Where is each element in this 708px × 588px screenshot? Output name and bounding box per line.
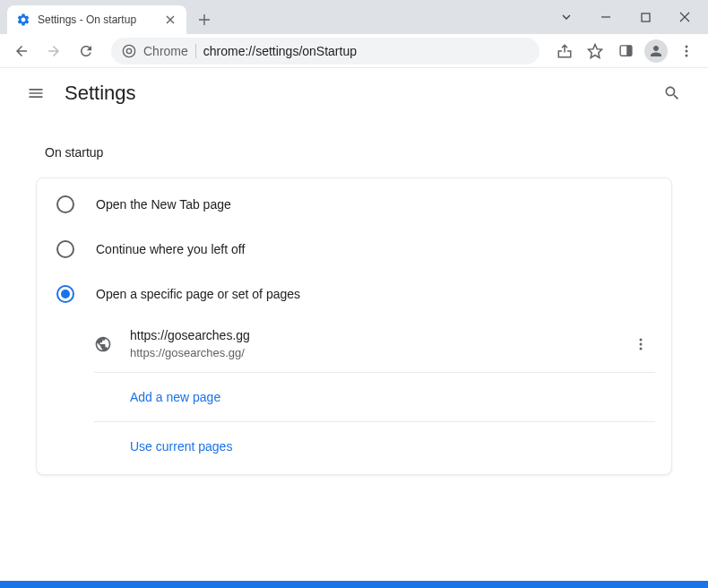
close-icon[interactable]	[163, 13, 177, 27]
minimize-button[interactable]	[586, 4, 626, 30]
use-current-link[interactable]: Use current pages	[130, 439, 232, 454]
window-controls	[547, 0, 708, 34]
chrome-icon	[122, 44, 136, 58]
url-text: chrome://settings/onStartup	[203, 44, 529, 58]
radio-option-new-tab[interactable]: Open the New Tab page	[37, 182, 671, 227]
add-page-row[interactable]: Add a new page	[94, 373, 655, 422]
url-scheme-label: Chrome	[143, 44, 188, 58]
startup-pages-section: https://gosearches.gg https://gosearches…	[94, 316, 655, 471]
radio-option-specific-pages[interactable]: Open a specific page or set of pages	[37, 272, 671, 316]
share-icon[interactable]	[550, 37, 579, 65]
new-tab-button[interactable]	[192, 7, 217, 32]
menu-icon[interactable]	[672, 37, 701, 65]
browser-toolbar: Chrome chrome://settings/onStartup	[0, 34, 708, 68]
settings-header: Settings	[0, 68, 708, 118]
page-more-button[interactable]	[626, 330, 655, 359]
bookmark-icon[interactable]	[581, 37, 609, 65]
startup-card: Open the New Tab page Continue where you…	[36, 177, 672, 475]
svg-point-7	[686, 54, 688, 56]
svg-point-8	[640, 338, 643, 341]
radio-icon	[56, 195, 74, 213]
svg-point-10	[640, 347, 643, 350]
divider	[195, 44, 196, 58]
gear-icon	[16, 13, 30, 27]
page-text: https://gosearches.gg https://gosearches…	[130, 327, 609, 361]
svg-point-9	[640, 342, 643, 345]
radio-label: Open a specific page or set of pages	[96, 287, 300, 301]
page-url: https://gosearches.gg/	[130, 345, 609, 361]
maximize-button[interactable]	[626, 4, 665, 30]
browser-tab[interactable]: Settings - On startup	[7, 5, 186, 34]
window-titlebar: Settings - On startup	[0, 0, 708, 34]
tab-title: Settings - On startup	[38, 13, 156, 26]
radio-option-continue[interactable]: Continue where you left off	[37, 227, 671, 272]
startup-page-row: https://gosearches.gg https://gosearches…	[94, 316, 655, 373]
page-name: https://gosearches.gg	[130, 327, 609, 345]
toolbar-actions	[550, 37, 701, 65]
settings-content: On startup Open the New Tab page Continu…	[0, 118, 708, 493]
radio-label: Open the New Tab page	[96, 197, 231, 212]
forward-button[interactable]	[39, 37, 68, 65]
back-button[interactable]	[7, 37, 36, 65]
radio-icon	[56, 240, 74, 258]
section-title: On startup	[45, 145, 672, 160]
radio-icon	[56, 285, 74, 303]
globe-icon	[94, 335, 112, 353]
svg-rect-0	[642, 13, 650, 22]
use-current-row[interactable]: Use current pages	[94, 422, 655, 471]
address-bar[interactable]: Chrome chrome://settings/onStartup	[111, 38, 540, 65]
page-title: Settings	[65, 82, 654, 105]
side-panel-icon[interactable]	[611, 37, 640, 65]
radio-label: Continue where you left off	[96, 242, 245, 256]
search-button[interactable]	[654, 75, 690, 111]
chevron-down-icon[interactable]	[547, 4, 586, 30]
hamburger-menu-button[interactable]	[18, 75, 54, 111]
close-button[interactable]	[665, 4, 704, 30]
profile-avatar[interactable]	[642, 37, 670, 65]
svg-rect-4	[626, 46, 632, 56]
svg-point-5	[686, 45, 688, 48]
bottom-accent-bar	[0, 581, 708, 588]
avatar-icon	[644, 39, 668, 63]
reload-button[interactable]	[72, 37, 100, 65]
svg-point-1	[123, 45, 134, 56]
svg-point-2	[126, 48, 131, 53]
svg-point-6	[686, 49, 688, 52]
tab-strip: Settings - On startup	[0, 0, 547, 34]
add-page-link[interactable]: Add a new page	[130, 390, 220, 404]
